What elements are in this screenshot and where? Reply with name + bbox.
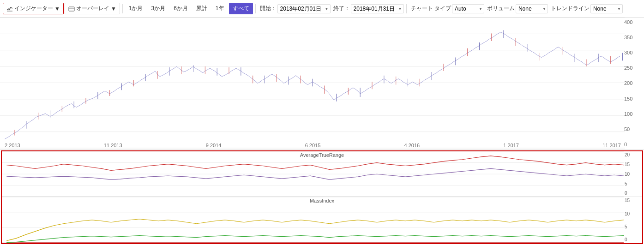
start-label: 開始： (260, 5, 277, 12)
atr-chart: AverageTrueRange 20 15 10 5 (2, 151, 642, 197)
atr-y-axis: 20 15 10 5 0 (624, 151, 642, 197)
start-date-wrapper[interactable]: 2013年02月01日 (277, 4, 331, 13)
indicator-label: インジケーター (14, 5, 53, 12)
main-chart-y-axis: 400 350 300 250 200 150 100 50 0 (623, 18, 644, 149)
range-1m-button[interactable]: 1か月 (125, 3, 147, 14)
chart-type-select[interactable]: Auto (452, 4, 484, 13)
end-label: 終了： (333, 5, 350, 12)
chart-container: 400 350 300 250 200 150 100 50 0 2 2013 … (0, 18, 644, 245)
indicator-dropdown-icon: ▼ (54, 6, 60, 12)
svg-rect-0 (69, 7, 74, 11)
range-all-button[interactable]: すべて (229, 3, 253, 14)
indicator-button[interactable]: インジケーター ▼ (3, 3, 64, 14)
chart-type-wrapper[interactable]: Auto (452, 4, 484, 13)
overlay-icon (68, 6, 75, 12)
range-6m-button[interactable]: 6か月 (170, 3, 192, 14)
trendline-select[interactable]: None (590, 4, 623, 13)
overlay-label: オーバーレイ (76, 5, 109, 12)
main-chart-svg (0, 18, 644, 149)
trendline-wrapper[interactable]: None (590, 4, 623, 13)
range-1y-button[interactable]: 1年 (212, 3, 228, 14)
indicator-panel: AverageTrueRange 20 15 10 5 (1, 150, 643, 244)
range-3m-button[interactable]: 3か月 (147, 3, 169, 14)
volume-select[interactable]: None (516, 4, 548, 13)
overlay-button[interactable]: オーバーレイ ▼ (65, 3, 120, 14)
massindex-chart: MassIndex 15 10 5 (2, 197, 642, 243)
range-cumulative-button[interactable]: 累計 (193, 3, 211, 14)
separator-2 (255, 4, 256, 13)
volume-wrapper[interactable]: None (516, 4, 548, 13)
main-chart: 400 350 300 250 200 150 100 50 0 2 2013 … (0, 18, 644, 149)
massindex-y-axis: 15 10 5 0 (624, 197, 642, 243)
chart-type-label: チャート タイプ (411, 5, 451, 12)
toolbar: インジケーター ▼ オーバーレイ ▼ 1か月 3か月 6か月 累計 1年 すべて… (0, 0, 644, 18)
massindex-label: MassIndex (310, 198, 334, 203)
end-date-wrapper[interactable]: 2018年01月31日 (351, 4, 404, 13)
trendline-label: トレンドライン (551, 5, 590, 12)
atr-label: AverageTrueRange (300, 152, 344, 158)
main-chart-x-axis: 2 2013 11 2013 9 2014 6 2015 4 2016 1 20… (5, 143, 621, 148)
overlay-dropdown-icon: ▼ (111, 6, 116, 12)
start-date-select[interactable]: 2013年02月01日 (277, 4, 331, 13)
volume-label: ボリューム (487, 5, 515, 12)
separator-1 (122, 4, 123, 13)
indicator-icon (6, 6, 13, 12)
end-date-select[interactable]: 2018年01月31日 (351, 4, 404, 13)
massindex-svg (2, 197, 624, 243)
separator-3 (406, 4, 407, 13)
atr-svg (2, 151, 624, 197)
